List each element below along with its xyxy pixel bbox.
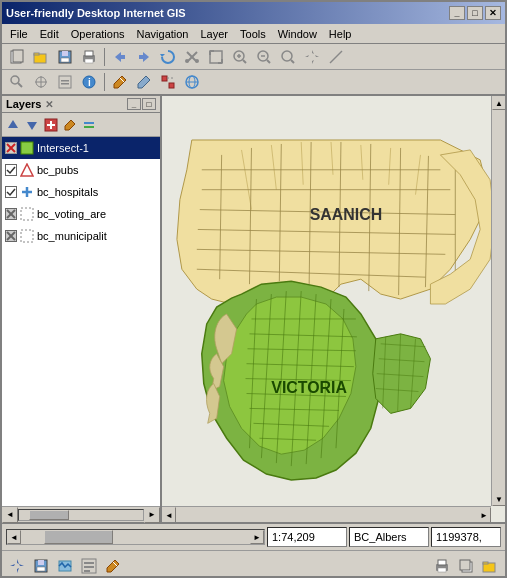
node-button[interactable]	[157, 72, 179, 92]
layer-select-button[interactable]	[54, 72, 76, 92]
minimize-button[interactable]: _	[449, 6, 465, 20]
pan-button[interactable]	[301, 47, 323, 67]
map-hscroll-track[interactable]	[176, 507, 477, 522]
bottom-add-button[interactable]	[6, 556, 28, 576]
svg-line-32	[291, 60, 294, 63]
map-hscrollbar[interactable]: ◄ ►	[162, 506, 491, 522]
map-vscrollbar[interactable]: ▲ ▼	[491, 96, 505, 506]
crosshair-button[interactable]	[30, 72, 52, 92]
bottom-map-button[interactable]	[54, 556, 76, 576]
map-vscroll-track[interactable]	[492, 110, 505, 492]
layers-maximize[interactable]: □	[142, 98, 156, 110]
refresh-button[interactable]	[157, 47, 179, 67]
status-scrollbar[interactable]: ◄ ►	[6, 529, 265, 545]
layer-add-button[interactable]	[42, 116, 60, 134]
map-svg: SAANICH VICTORIA	[162, 96, 505, 522]
edit-button[interactable]	[109, 72, 131, 92]
fullextent-button[interactable]	[205, 47, 227, 67]
layer-checkbox[interactable]	[5, 164, 17, 176]
svg-rect-9	[85, 59, 93, 63]
layer-style-button[interactable]	[80, 116, 98, 134]
menu-navigation[interactable]: Navigation	[131, 26, 195, 42]
globe-button[interactable]	[181, 72, 203, 92]
svg-rect-53	[169, 83, 174, 88]
zoom-out-button[interactable]	[253, 47, 275, 67]
layer-checkbox[interactable]	[5, 142, 17, 154]
scroll-thumb[interactable]	[29, 510, 69, 520]
svg-rect-73	[21, 208, 33, 220]
layer-checkbox[interactable]	[5, 208, 17, 220]
layer-item[interactable]: bc_hospitals	[2, 181, 160, 203]
layer-checkbox[interactable]	[5, 186, 17, 198]
hscroll-track[interactable]	[21, 530, 250, 544]
map-area[interactable]: SAANICH VICTORIA ▲ ▼ ◄ ►	[162, 96, 505, 522]
layers-scrollbar[interactable]: ◄ ►	[2, 506, 160, 522]
menu-file[interactable]: File	[4, 26, 34, 42]
layer-item[interactable]: bc_pubs	[2, 159, 160, 181]
bottom-properties-button[interactable]	[78, 556, 100, 576]
scroll-left-arrow[interactable]: ◄	[2, 507, 18, 523]
victoria-label: VICTORIA	[271, 380, 347, 397]
menu-window[interactable]: Window	[272, 26, 323, 42]
svg-rect-131	[438, 560, 446, 565]
map-hscroll-right[interactable]: ►	[477, 507, 491, 522]
svg-rect-126	[84, 566, 94, 568]
svg-rect-45	[61, 80, 69, 82]
menu-layer[interactable]: Layer	[195, 26, 235, 42]
menu-tools[interactable]: Tools	[234, 26, 272, 42]
map-vscroll-up[interactable]: ▲	[492, 96, 505, 110]
new-map-button[interactable]	[6, 47, 28, 67]
title-bar-buttons: _ □ ✕	[449, 6, 501, 20]
copy-button[interactable]	[455, 556, 477, 576]
layers-minimize[interactable]: _	[127, 98, 141, 110]
maximize-button[interactable]: □	[467, 6, 483, 20]
svg-rect-136	[483, 562, 488, 564]
hscroll-thumb[interactable]	[44, 530, 113, 544]
svg-rect-121	[38, 560, 44, 565]
svg-marker-34	[312, 58, 314, 64]
menu-edit[interactable]: Edit	[34, 26, 65, 42]
layer-up-button[interactable]	[4, 116, 22, 134]
measure-button[interactable]	[325, 47, 347, 67]
digitize-button[interactable]	[133, 72, 155, 92]
info-button[interactable]: i	[78, 72, 100, 92]
svg-marker-118	[10, 564, 17, 566]
hscroll-right[interactable]: ►	[250, 530, 264, 544]
menu-help[interactable]: Help	[323, 26, 358, 42]
map-hscroll-left[interactable]: ◄	[162, 507, 176, 522]
close-button[interactable]: ✕	[485, 6, 501, 20]
hscroll-left[interactable]: ◄	[7, 530, 21, 544]
cut-button[interactable]	[181, 47, 203, 67]
scroll-right-arrow[interactable]: ►	[144, 507, 160, 523]
map-vscroll-down[interactable]: ▼	[492, 492, 505, 506]
layer-down-button[interactable]	[23, 116, 41, 134]
zoom-in-button[interactable]	[229, 47, 251, 67]
svg-marker-117	[17, 566, 19, 573]
scroll-track[interactable]	[18, 509, 144, 521]
svg-rect-5	[62, 51, 68, 56]
layer-edit-button[interactable]	[61, 116, 79, 134]
print-button[interactable]	[78, 47, 100, 67]
menu-operations[interactable]: Operations	[65, 26, 131, 42]
zoom-prev-button[interactable]	[277, 47, 299, 67]
layer-item[interactable]: Intersect-1	[2, 137, 160, 159]
open-button[interactable]	[30, 47, 52, 67]
search-button[interactable]	[6, 72, 28, 92]
layer-item[interactable]: bc_voting_are	[2, 203, 160, 225]
svg-rect-127	[84, 570, 90, 572]
layer-icon-voting	[19, 206, 35, 222]
back-button[interactable]	[109, 47, 131, 67]
svg-marker-14	[160, 54, 165, 57]
layer-item[interactable]: bc_municipalit	[2, 225, 160, 247]
layer-checkbox[interactable]	[5, 230, 17, 242]
window-title: User-friendly Desktop Internet GIS	[6, 7, 186, 19]
print-preview-button[interactable]	[431, 556, 453, 576]
folder-button[interactable]	[479, 556, 501, 576]
save-button[interactable]	[54, 47, 76, 67]
forward-button[interactable]	[133, 47, 155, 67]
toolbar-1	[2, 44, 505, 70]
bottom-edit-button[interactable]	[102, 556, 124, 576]
coords-value: 1199378,	[436, 531, 482, 543]
bottom-save-button[interactable]	[30, 556, 52, 576]
svg-marker-10	[115, 52, 121, 62]
